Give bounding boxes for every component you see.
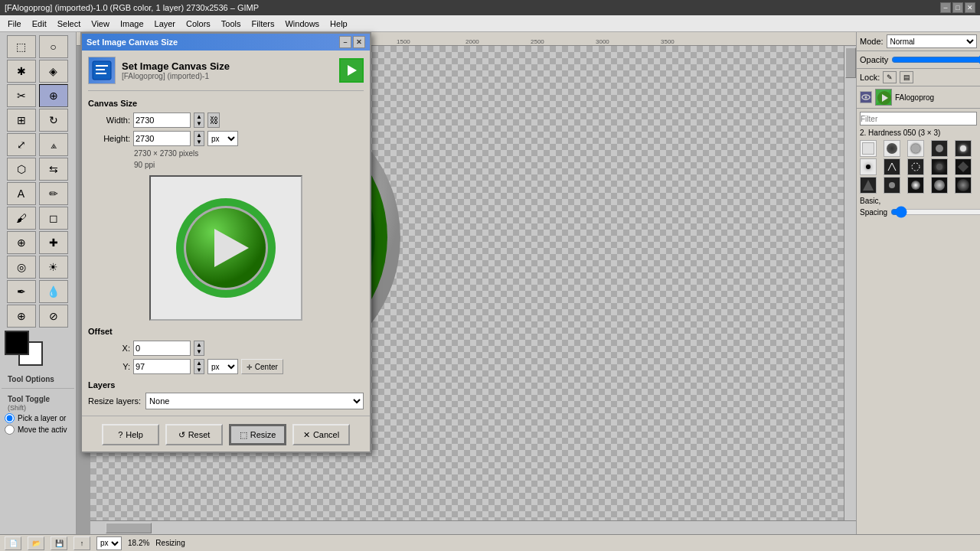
radio-pick-layer[interactable] [5,413,15,423]
minimize-button[interactable]: – [940,2,951,13]
help-button[interactable]: ? Help [102,424,159,445]
resize-layers-select[interactable]: None All Layers Image-sized layers [145,393,364,409]
y-unit-select[interactable]: px [207,359,238,374]
brush-cell[interactable] [955,158,972,175]
opacity-row: Opacity 100.0 [857,51,980,69]
menu-help[interactable]: Help [325,18,352,30]
brush-cell[interactable] [955,140,972,157]
fg-color[interactable] [5,331,29,355]
height-input[interactable] [133,131,191,146]
layer-visibility-eye[interactable] [860,91,872,103]
reset-button[interactable]: ↺ Reset [165,424,223,445]
tool-paint[interactable]: 🖌 [7,207,36,230]
tool-rect-select[interactable]: ⬚ [7,35,36,58]
canvas-size-dialog: Set Image Canvas Size – ✕ Set Image Canv… [80,32,371,453]
tool-text[interactable]: A [7,182,36,205]
opacity-label: Opacity [860,55,888,64]
mode-select[interactable]: Normal [887,34,977,48]
lock-pixel-btn[interactable]: ✎ [883,71,897,83]
tool-crop[interactable]: ✂ [7,84,36,107]
menu-filters[interactable]: Filters [247,18,279,30]
tool-ellipse-select[interactable]: ○ [39,35,68,58]
tool-erase[interactable]: ◻ [39,207,68,230]
menu-image[interactable]: Image [116,18,149,30]
resize-button[interactable]: ⬚ Resize [229,424,286,445]
dialog-run-button[interactable] [339,58,364,83]
opacity-slider[interactable] [891,54,980,66]
lock-alpha-btn[interactable]: ▤ [900,71,913,83]
tool-pencil[interactable]: ✏ [39,182,68,205]
tool-perspective[interactable]: ⬡ [7,158,36,181]
zoom-level: 18.2% [128,539,149,547]
x-input[interactable] [133,341,191,356]
tool-measure[interactable]: ⊘ [39,305,68,328]
offset-section: Offset X: ▲▼ Y: ▲▼ px ✛ Center [88,327,364,374]
canvas-scrollbar-v[interactable] [844,46,856,520]
dialog-title-controls[interactable]: – ✕ [339,36,365,48]
menu-file[interactable]: File [3,18,26,30]
width-input[interactable] [133,112,191,128]
brush-cell[interactable] [955,177,972,194]
svg-rect-14 [96,69,105,70]
tool-scale[interactable]: ⤢ [7,133,36,156]
height-spinner[interactable]: ▲▼ [194,131,204,146]
spacing-slider[interactable] [890,207,980,217]
dialog-minimize-btn[interactable]: – [339,36,351,48]
menu-select[interactable]: Select [53,18,86,30]
tool-move[interactable]: ⊕ [39,84,68,107]
dialog-header-subtext: [FAlogoprog] (imported)-1 [122,72,230,80]
new-file-btn[interactable]: 📄 [5,536,21,550]
tool-flip[interactable]: ⇆ [39,158,68,181]
canvas-scrollbar-h[interactable] [90,520,856,534]
brush-cell[interactable] [907,158,924,175]
tool-free-select[interactable]: ✱ [7,60,36,83]
tool-colorpicker[interactable]: 💧 [39,280,68,303]
brush-cell[interactable] [860,177,877,194]
restore-button[interactable]: □ [952,2,963,13]
height-unit-select[interactable]: px mm in [207,131,238,146]
close-button[interactable]: ✕ [965,2,975,13]
cancel-button[interactable]: ✕ Cancel [292,424,350,445]
menu-colors[interactable]: Colors [181,18,215,30]
tool-fuzzy-select[interactable]: ◈ [39,60,68,83]
brush-cell[interactable] [907,140,924,157]
brush-cell[interactable] [884,158,900,175]
brush-cell[interactable] [884,177,900,194]
x-spinner[interactable]: ▲▼ [194,341,204,356]
save-file-btn[interactable]: 💾 [51,536,67,550]
tool-zoom[interactable]: ⊕ [7,305,36,328]
center-button[interactable]: ✛ Center [241,359,283,374]
brush-cell[interactable] [931,158,948,175]
unit-select[interactable]: px [96,536,122,550]
title-bar-controls[interactable]: – □ ✕ [940,2,975,13]
brush-filter-input[interactable] [860,112,977,126]
export-btn[interactable]: ↑ [74,536,90,550]
layer-row[interactable]: FAlogoprog [857,86,980,109]
open-file-btn[interactable]: 📂 [28,536,44,550]
menu-view[interactable]: View [87,18,114,30]
tool-dodge[interactable]: ☀ [39,256,68,279]
tool-heal[interactable]: ✚ [39,231,68,254]
radio-move-active[interactable] [5,425,15,435]
menu-edit[interactable]: Edit [28,18,51,30]
brush-cell[interactable] [884,140,900,157]
width-link-btn[interactable]: ⛓ [207,112,220,128]
menu-layer[interactable]: Layer [150,18,181,30]
tool-blur[interactable]: ◎ [7,256,36,279]
tool-align[interactable]: ⊞ [7,109,36,132]
y-input[interactable] [133,359,191,374]
dialog-close-btn[interactable]: ✕ [353,36,365,48]
brush-cell[interactable] [860,158,877,175]
brush-cell[interactable] [907,177,924,194]
tool-path[interactable]: ✒ [7,280,36,303]
tool-clone[interactable]: ⊕ [7,231,36,254]
y-spinner[interactable]: ▲▼ [194,359,204,374]
menu-windows[interactable]: Windows [280,18,324,30]
brush-cell[interactable] [860,140,877,157]
brush-cell-selected[interactable] [931,140,948,157]
menu-tools[interactable]: Tools [217,18,246,30]
tool-shear[interactable]: ⟁ [39,133,68,156]
tool-rotate[interactable]: ↻ [39,109,68,132]
width-spinner[interactable]: ▲▼ [194,112,204,128]
brush-cell[interactable] [931,177,948,194]
